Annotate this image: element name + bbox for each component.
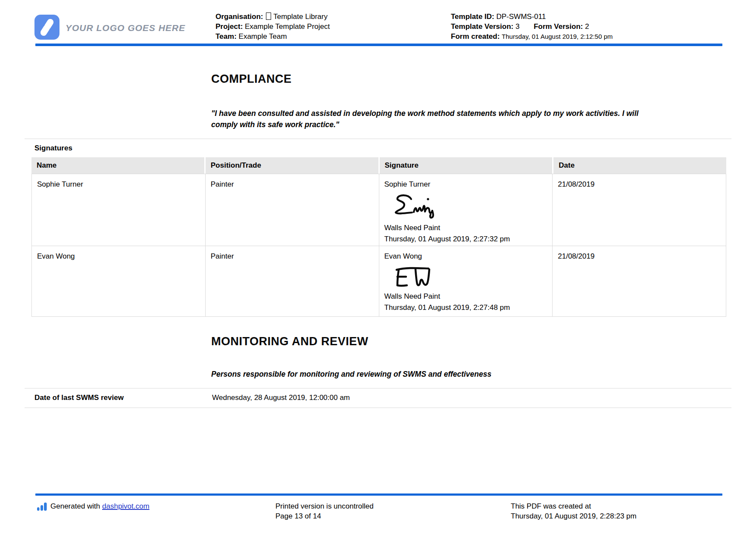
column-header-date: Date xyxy=(553,157,726,174)
form-version-value: 2 xyxy=(585,22,589,31)
team-line: Team: Example Team xyxy=(216,31,330,41)
review-date-value: Wednesday, 28 August 2019, 12:00:00 am xyxy=(212,393,350,402)
project-value: Example Template Project xyxy=(245,22,330,31)
signature-note: Walls Need Paint xyxy=(384,291,548,302)
signature-timestamp: Thursday, 01 August 2019, 2:27:32 pm xyxy=(384,234,548,245)
signatures-table: Name Position/Trade Signature Date Sophi… xyxy=(31,157,726,317)
signature-timestamp: Thursday, 01 August 2019, 2:27:48 pm xyxy=(384,302,548,313)
template-id-line: Template ID: DP-SWMS-011 xyxy=(451,12,613,22)
template-id-label: Template ID: xyxy=(451,12,494,21)
compliance-quote-line1: "I have been consulted and assisted in d… xyxy=(211,108,711,119)
pdf-created-text: This PDF was created at xyxy=(511,501,637,511)
monitoring-title: MONITORING AND REVIEW xyxy=(211,335,369,348)
pdf-page: YOUR LOGO GOES HERE Organisation: Templa… xyxy=(0,0,756,534)
header-org-block: Organisation: Template Library Project: … xyxy=(216,12,330,41)
table-row: Evan Wong Painter Evan Wong Walls Need P… xyxy=(31,246,726,317)
project-line: Project: Example Template Project xyxy=(216,22,330,31)
signature-name: Sophie Turner xyxy=(384,180,548,189)
company-logo-icon xyxy=(34,15,59,40)
template-version-label: Template Version: xyxy=(451,22,513,31)
monitoring-subtitle: Persons responsible for monitoring and r… xyxy=(211,370,491,379)
footer-created-block: This PDF was created at Thursday, 01 Aug… xyxy=(511,501,637,521)
cell-name: Evan Wong xyxy=(32,246,206,316)
header-divider-rule xyxy=(35,44,722,46)
team-value: Example Team xyxy=(239,32,287,41)
signatures-label: Signatures xyxy=(34,144,72,153)
signature-scribble-sophie-icon xyxy=(392,192,445,220)
organisation-line: Organisation: Template Library xyxy=(216,12,330,22)
compliance-quote: "I have been consulted and assisted in d… xyxy=(211,108,711,130)
footer-divider-rule xyxy=(35,493,722,496)
review-row-bottom-hairline xyxy=(25,407,731,408)
header-template-block: Template ID: DP-SWMS-011 Template Versio… xyxy=(451,12,613,41)
template-version-value: 3 xyxy=(515,22,519,31)
cell-signature: Evan Wong Walls Need Paint Thursday, 01 … xyxy=(379,246,553,316)
printed-uncontrolled-text: Printed version is uncontrolled xyxy=(275,501,374,511)
section-hairline xyxy=(25,138,731,139)
form-version-label: Form Version: xyxy=(534,22,583,31)
cell-position: Painter xyxy=(206,246,379,316)
page-number-text: Page 13 of 14 xyxy=(275,511,374,521)
form-created-value: Thursday, 01 August 2019, 2:12:50 pm xyxy=(502,33,612,40)
table-row: Sophie Turner Painter Sophie Turner Wall… xyxy=(31,174,726,246)
column-header-name: Name xyxy=(31,157,206,174)
pdf-created-timestamp: Thursday, 01 August 2019, 2:28:23 pm xyxy=(511,511,637,521)
version-line: Template Version: 3 Form Version: 2 xyxy=(451,22,613,31)
review-date-label: Date of last SWMS review xyxy=(34,393,124,402)
cell-name: Sophie Turner xyxy=(32,174,206,246)
signature-scribble-evan-icon xyxy=(392,264,435,288)
form-created-line: Form created: Thursday, 01 August 2019, … xyxy=(451,31,613,41)
review-row-top-hairline xyxy=(25,388,731,389)
cell-date: 21/08/2019 xyxy=(553,246,726,316)
signature-note: Walls Need Paint xyxy=(384,222,548,234)
dashpivot-logo-icon xyxy=(37,502,47,513)
cell-position: Painter xyxy=(206,174,379,246)
footer-generated: Generated with dashpivot.com xyxy=(50,501,150,511)
footer-printed-block: Printed version is uncontrolled Page 13 … xyxy=(275,501,374,521)
organisation-label: Organisation: xyxy=(216,12,263,21)
logo-s-shape-icon xyxy=(34,15,59,40)
project-label: Project: xyxy=(216,22,243,31)
column-header-signature: Signature xyxy=(380,157,554,174)
logo-placeholder-text: YOUR LOGO GOES HERE xyxy=(66,23,185,33)
cell-date: 21/08/2019 xyxy=(553,174,726,246)
template-id-value: DP-SWMS-011 xyxy=(497,12,546,21)
signatures-table-header-row: Name Position/Trade Signature Date xyxy=(31,157,726,174)
missing-glyph-box-icon xyxy=(266,12,271,20)
signature-name: Evan Wong xyxy=(384,252,548,261)
form-created-label: Form created: xyxy=(451,32,500,41)
dashpivot-link[interactable]: dashpivot.com xyxy=(102,502,150,510)
generated-with-text: Generated with xyxy=(50,502,102,510)
compliance-quote-line2: comply with its safe work practice." xyxy=(211,119,711,130)
organisation-value: Template Library xyxy=(273,12,328,21)
compliance-title: COMPLIANCE xyxy=(211,72,292,86)
column-header-position: Position/Trade xyxy=(206,157,380,174)
cell-signature: Sophie Turner Walls Need Paint Thursday,… xyxy=(379,174,553,246)
team-label: Team: xyxy=(216,32,237,41)
